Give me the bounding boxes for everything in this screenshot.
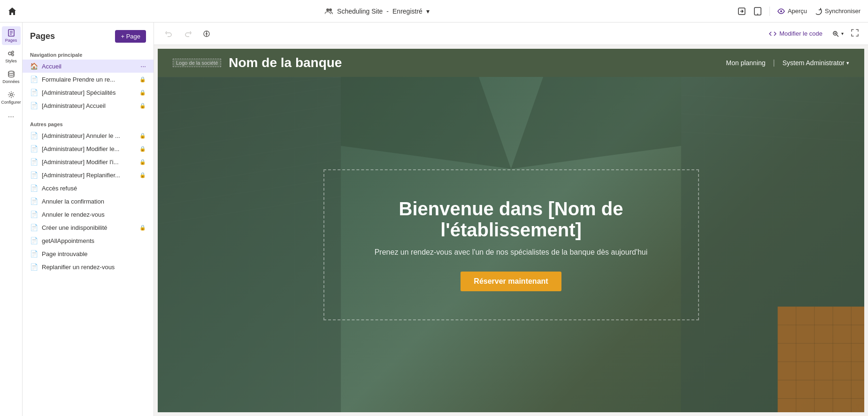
sidebar-item-admin-replanifier[interactable]: 📄 [Administrateur] Replanifier... 🔒: [23, 168, 154, 182]
nav-item-label: Accès refusé: [42, 185, 146, 192]
svg-point-4: [757, 14, 758, 15]
sidebar: Pages + Page Navigation principale 🏠 Acc…: [23, 23, 154, 416]
page-icon: 📄: [30, 184, 38, 192]
saved-badge[interactable]: Enregistré: [392, 8, 422, 15]
main-layout: Pages Styles Données Configurer: [0, 23, 868, 416]
home-nav-icon: 🏠: [30, 62, 38, 70]
sidebar-item-admin-accueil[interactable]: 📄 [Administrateur] Accueil 🔒: [23, 99, 154, 112]
sync-button[interactable]: Synchroniser: [814, 8, 860, 15]
page-icon: 📄: [30, 76, 38, 83]
edit-code-label: Modifier le code: [779, 30, 822, 37]
redo-button[interactable]: [180, 26, 195, 41]
sidebar-item-acces-refuse[interactable]: 📄 Accès refusé: [23, 182, 154, 195]
nav-item-label: Annuler le rendez-vous: [42, 211, 146, 218]
nav-item-label: Replanifier un rendez-vous: [42, 264, 146, 271]
svg-marker-53: [511, 77, 681, 169]
separator: -: [386, 8, 389, 15]
sidebar-item-creer-indispo[interactable]: 📄 Créer une indisponibilité 🔒: [23, 221, 154, 234]
sidebar-item-annuler-rdv[interactable]: 📄 Annuler le rendez-vous: [23, 208, 154, 221]
dropdown-icon[interactable]: ▾: [426, 8, 430, 15]
nav-item-label: Formulaire Prendre un re...: [42, 76, 136, 83]
nav-item-label: Créer une indisponibilité: [42, 224, 136, 231]
nav-item-label: [Administrateur] Modifier le...: [42, 145, 136, 152]
page-icon: 📄: [30, 102, 38, 109]
svg-point-0: [326, 8, 329, 11]
nav-item-label: [Administrateur] Spécialités: [42, 89, 136, 96]
planning-nav-link[interactable]: Mon planning: [726, 59, 766, 67]
main-nav-section-label: Navigation principale: [23, 48, 154, 60]
sync-icon: [814, 8, 822, 15]
sidebar-title: Pages: [30, 31, 55, 41]
share-toolbar-button[interactable]: [199, 26, 214, 41]
fullscreen-button[interactable]: [849, 27, 860, 40]
topbar-center: Scheduling Site - Enregistré ▾: [325, 7, 430, 15]
sidebar-item-accueil[interactable]: 🏠 Accueil ···: [23, 60, 154, 73]
site-logo: Logo de la société: [173, 59, 221, 67]
site-header-left: Logo de la société Nom de la banque: [173, 55, 342, 70]
zoom-control[interactable]: ▾: [832, 30, 844, 38]
nav-item-label: [Administrateur] Modifier l'i...: [42, 159, 136, 166]
nav-styles[interactable]: Styles: [2, 47, 21, 66]
page-icon: 📄: [30, 158, 38, 166]
home-icon[interactable]: [8, 7, 17, 16]
svg-point-1: [329, 8, 332, 11]
pages-nav-label: Pages: [5, 38, 17, 43]
topbar-right: Aperçu Synchroniser: [737, 7, 860, 16]
preview-toolbar-left: [161, 26, 214, 41]
user-dropdown-arrow: ▾: [846, 60, 849, 66]
styles-icon: [7, 49, 15, 58]
sidebar-item-formulaire[interactable]: 📄 Formulaire Prendre un re... 🔒: [23, 73, 154, 86]
svg-line-20: [837, 35, 839, 37]
topbar: Scheduling Site - Enregistré ▾ Aperçu: [0, 0, 868, 23]
zoom-icon: [832, 30, 839, 38]
tablet-button[interactable]: [753, 7, 762, 15]
sidebar-item-admin-specialites[interactable]: 📄 [Administrateur] Spécialités 🔒: [23, 86, 154, 99]
site-name: Scheduling Site: [337, 8, 383, 15]
edit-code-button[interactable]: Modifier le code: [765, 28, 826, 39]
share-icon: [737, 7, 746, 15]
svg-point-14: [10, 94, 12, 96]
fullscreen-icon: [851, 29, 859, 37]
zoom-dropdown-icon: ▾: [841, 31, 844, 36]
page-icon: 📄: [30, 171, 38, 179]
preview-button[interactable]: Aperçu: [777, 8, 807, 15]
undo-button[interactable]: [161, 26, 177, 41]
page-icon: 📄: [30, 197, 38, 205]
more-nav-items[interactable]: ···: [8, 113, 14, 121]
hero-title: Bienvenue dans [Nom de l'établissement]: [362, 198, 661, 241]
code-icon: [769, 30, 776, 38]
reserve-button[interactable]: Réserver maintenant: [461, 272, 561, 291]
site-header: Logo de la société Nom de la banque Mon …: [158, 49, 864, 77]
svg-point-16: [206, 33, 207, 35]
icon-bar: Pages Styles Données Configurer: [0, 23, 23, 416]
undo-icon: [165, 30, 173, 38]
lock-icon: 🔒: [139, 90, 146, 96]
sidebar-item-replanifier-rdv[interactable]: 📄 Replanifier un rendez-vous: [23, 260, 154, 273]
nav-data[interactable]: Données: [2, 68, 21, 86]
sidebar-header: Pages + Page: [23, 30, 154, 48]
add-page-button[interactable]: + Page: [115, 30, 146, 43]
sidebar-item-page-introuvable[interactable]: 📄 Page introuvable: [23, 247, 154, 260]
page-icon: 📄: [30, 132, 38, 139]
lock-icon: 🔒: [139, 146, 146, 152]
sidebar-item-admin-modifier[interactable]: 📄 [Administrateur] Modifier le... 🔒: [23, 142, 154, 155]
svg-marker-52: [341, 77, 511, 169]
configure-icon: [7, 91, 15, 99]
hero-subtitle: Prenez un rendez-vous avec l'un de nos s…: [362, 248, 661, 257]
hero-content: Bienvenue dans [Nom de l'établissement] …: [323, 169, 699, 320]
share-button[interactable]: [737, 7, 746, 15]
preview-area: Modifier le code ▾: [154, 23, 868, 416]
sidebar-item-admin-annuler[interactable]: 📄 [Administrateur] Annuler le ... 🔒: [23, 129, 154, 142]
preview-icon: [777, 8, 785, 15]
topbar-left: [8, 7, 17, 16]
page-icon: 📄: [30, 250, 38, 257]
nav-pages[interactable]: Pages: [2, 26, 21, 45]
data-nav-label: Données: [2, 79, 19, 84]
page-icon: 📄: [30, 263, 38, 271]
sidebar-item-annuler-confirmation[interactable]: 📄 Annuler la confirmation: [23, 195, 154, 208]
nav-configure[interactable]: Configurer: [2, 88, 21, 107]
sidebar-item-admin-modifier-i[interactable]: 📄 [Administrateur] Modifier l'i... 🔒: [23, 155, 154, 168]
sidebar-item-get-appointments[interactable]: 📄 getAllAppointments: [23, 234, 154, 247]
user-nav-link[interactable]: System Administrator ▾: [783, 59, 849, 67]
more-icon[interactable]: ···: [140, 62, 146, 70]
